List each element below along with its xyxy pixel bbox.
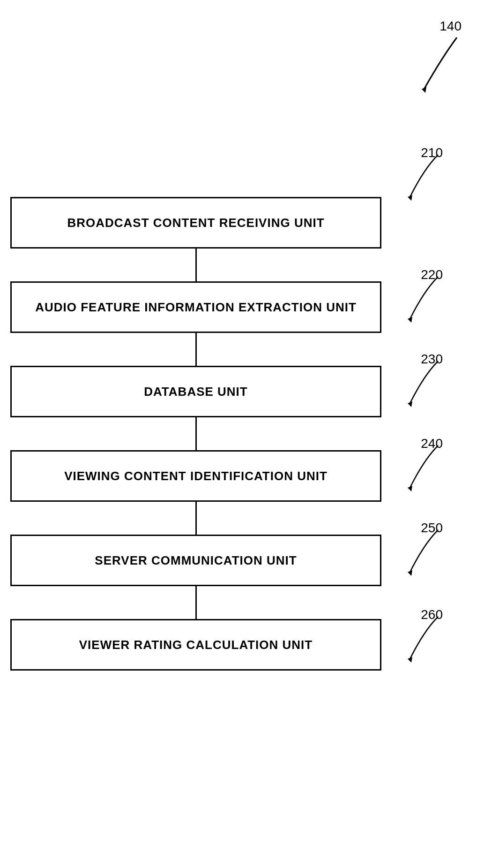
audio-feature-extraction-unit: AUDIO FEATURE INFORMATION EXTRACTION UNI… (10, 281, 381, 333)
arrow-250 (377, 525, 452, 581)
arrow-140 (377, 28, 471, 122)
connector-3-4 (195, 417, 197, 450)
server-communication-unit: SERVER COMMUNICATION UNIT (10, 535, 381, 586)
broadcast-content-receiving-unit: BROADCAST CONTENT RECEIVING UNIT (10, 197, 381, 249)
database-unit: DATABASE UNIT (10, 366, 381, 417)
arrow-240 (377, 441, 452, 497)
connector-5-6 (195, 586, 197, 619)
connector-2-3 (195, 333, 197, 366)
arrow-230 (377, 356, 452, 413)
arrow-220 (377, 272, 452, 328)
svg-marker-0 (422, 87, 426, 93)
connector-4-5 (195, 502, 197, 535)
arrow-260 (377, 612, 452, 668)
arrow-210 (377, 150, 452, 206)
viewer-rating-calculation-unit: VIEWER RATING CALCULATION UNIT (10, 619, 381, 671)
diagram-container: 140 210 BROADCAST CONTENT RECEIVING UNIT… (0, 0, 499, 868)
connector-1-2 (195, 249, 197, 281)
viewing-content-identification-unit: VIEWING CONTENT IDENTIFICATION UNIT (10, 450, 381, 502)
